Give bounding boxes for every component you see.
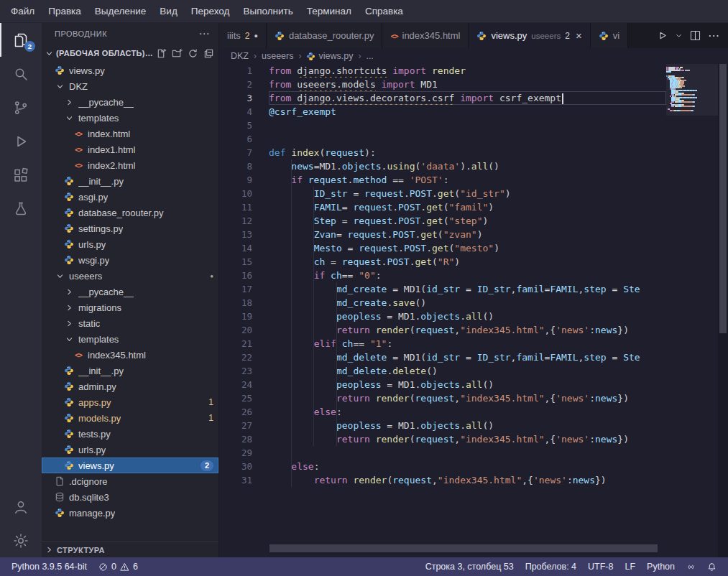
horizontal-scrollbar-thumb[interactable] bbox=[269, 544, 658, 552]
menu-item[interactable]: Выполнить bbox=[236, 3, 299, 19]
file-item-urls.py[interactable]: urls.py bbox=[42, 236, 218, 252]
code-line[interactable]: 1from django.shortcuts import render bbox=[219, 64, 666, 78]
structure-section-header[interactable]: СТРУКТУРА bbox=[42, 542, 218, 557]
menu-item[interactable]: Вид bbox=[153, 3, 183, 19]
source-control-icon[interactable] bbox=[0, 90, 42, 124]
code-line[interactable]: 6 bbox=[219, 132, 666, 146]
breadcrumb-item[interactable]: DKZ bbox=[231, 51, 249, 61]
code-line[interactable]: 15 ch = request.POST.get("R") bbox=[219, 255, 666, 269]
code-line[interactable]: 23 md_delete.delete() bbox=[219, 364, 666, 378]
broadcast-status[interactable] bbox=[681, 557, 701, 576]
folder-item-DKZ[interactable]: DKZ bbox=[42, 78, 218, 94]
code-line[interactable]: 29 bbox=[219, 446, 666, 460]
indentation-status[interactable]: Пробелов: 4 bbox=[520, 557, 582, 576]
code-line[interactable]: 21 elif ch== "1": bbox=[219, 337, 666, 350]
more-actions-icon[interactable]: ⋯ bbox=[199, 27, 211, 40]
code-line[interactable]: 10 ID_str = request.POST.get("id_str") bbox=[219, 187, 666, 200]
code-line[interactable]: 25 return render(request,"index345.html"… bbox=[219, 391, 666, 405]
code-line[interactable]: 24 peopless = MD1.objects.all() bbox=[219, 378, 666, 391]
code-line[interactable]: 11 FAMIL= request.POST.get("famil") bbox=[219, 200, 666, 214]
file-item-__init__.py[interactable]: __init__.py bbox=[42, 363, 218, 378]
search-icon[interactable] bbox=[0, 57, 42, 90]
file-item-db.sqlite3[interactable]: db.sqlite3 bbox=[42, 489, 218, 505]
tab-iiits[interactable]: iiits2● bbox=[219, 23, 267, 48]
file-item-index345.html[interactable]: <>index345.html bbox=[42, 347, 218, 363]
code-line[interactable]: 9 if request.method == 'POST': bbox=[219, 173, 666, 187]
split-editor-icon[interactable] bbox=[689, 29, 701, 42]
chevron-down-icon[interactable] bbox=[675, 32, 683, 40]
file-item-apps.py[interactable]: apps.py1 bbox=[42, 394, 218, 410]
code-line[interactable]: 31 return render(request,"index345.html"… bbox=[219, 473, 666, 487]
account-icon[interactable] bbox=[0, 490, 42, 524]
menu-item[interactable]: Правка bbox=[42, 3, 88, 19]
code-line[interactable]: 16 if ch== "0": bbox=[219, 269, 666, 282]
tab-index345.html[interactable]: <>index345.html bbox=[382, 23, 469, 48]
folder-item-templates[interactable]: templates bbox=[42, 110, 218, 126]
file-item-index2.html[interactable]: <>index2.html bbox=[42, 157, 218, 173]
file-item-admin.py[interactable]: admin.py bbox=[42, 378, 218, 394]
settings-icon[interactable] bbox=[0, 524, 42, 557]
menu-item[interactable]: Выделение bbox=[88, 3, 153, 19]
code-line[interactable]: 5 bbox=[219, 119, 666, 132]
code-line[interactable]: 17 md_create = MD1(id_str = ID_str,famil… bbox=[219, 282, 666, 296]
close-icon[interactable]: × bbox=[576, 30, 582, 41]
minimap[interactable] bbox=[666, 64, 718, 557]
python-interpreter-status[interactable]: Python 3.9.5 64-bit bbox=[6, 557, 93, 576]
tab-vi[interactable]: vi bbox=[591, 23, 628, 48]
run-debug-icon[interactable] bbox=[0, 124, 42, 158]
testing-icon[interactable] bbox=[0, 192, 42, 226]
folder-item-templates[interactable]: templates bbox=[42, 331, 218, 347]
menu-item[interactable]: Файл bbox=[4, 3, 41, 19]
code-line[interactable]: 12 Step = request.POST.get("step") bbox=[219, 214, 666, 228]
bell-status[interactable] bbox=[701, 557, 722, 576]
more-actions-icon[interactable]: ⋯ bbox=[708, 29, 719, 42]
tab-database_roouter.py[interactable]: database_roouter.py bbox=[267, 23, 383, 48]
code-line[interactable]: 26 else: bbox=[219, 405, 666, 419]
menu-item[interactable]: Справка bbox=[359, 3, 410, 19]
file-item-manage.py[interactable]: manage.py bbox=[42, 505, 218, 521]
code-line[interactable]: 4@csrf_exempt bbox=[219, 105, 666, 119]
folder-item-__pycache__[interactable]: __pycache__ bbox=[42, 284, 218, 299]
file-item-views.py[interactable]: views.py bbox=[42, 62, 218, 78]
code-line[interactable]: 20 return render(request,"index345.html"… bbox=[219, 323, 666, 337]
code-line[interactable]: 14 Mesto = request.POST.get("mesto") bbox=[219, 241, 666, 255]
file-item-.dcignore[interactable]: .dcignore bbox=[42, 473, 218, 489]
tab-views.py[interactable]: views.pyuseeers2× bbox=[469, 23, 590, 48]
code-editor[interactable]: 1from django.shortcuts import render2fro… bbox=[219, 64, 728, 557]
folder-item-__pycache__[interactable]: __pycache__ bbox=[42, 94, 218, 110]
new-folder-icon[interactable] bbox=[172, 48, 183, 59]
menu-item[interactable]: Переход bbox=[185, 3, 236, 19]
extensions-icon[interactable] bbox=[0, 158, 42, 192]
language-mode[interactable]: Python bbox=[641, 557, 681, 576]
file-item-index.html[interactable]: <>index.html bbox=[42, 126, 218, 141]
refresh-icon[interactable] bbox=[188, 48, 198, 59]
file-item-views.py[interactable]: views.py2 bbox=[42, 457, 218, 473]
code-line[interactable]: 18 md_create.save() bbox=[219, 296, 666, 310]
explorer-icon[interactable]: 2 bbox=[0, 23, 42, 57]
file-item-models.py[interactable]: models.py1 bbox=[42, 410, 218, 426]
code-line[interactable]: 22 md_delete = MD1(id_str = ID_str,famil… bbox=[219, 350, 666, 364]
code-line[interactable]: 19 peopless = MD1.objects.all() bbox=[219, 310, 666, 323]
code-line[interactable]: 2from useeers.models import MD1 bbox=[219, 78, 666, 91]
breadcrumb-item[interactable]: ... bbox=[366, 51, 373, 61]
file-item-database_roouter.py[interactable]: database_roouter.py bbox=[42, 205, 218, 220]
code-line[interactable]: 30 else: bbox=[219, 460, 666, 473]
code-line[interactable]: 3from django.views.decorators.csrf impor… bbox=[219, 91, 666, 105]
file-item-settings.py[interactable]: settings.py bbox=[42, 220, 218, 236]
folder-item-useeers[interactable]: useeers● bbox=[42, 268, 218, 284]
encoding-status[interactable]: UTF-8 bbox=[582, 557, 619, 576]
code-line[interactable]: 27 peopless = MD1.objects.all() bbox=[219, 419, 666, 432]
new-file-icon[interactable] bbox=[156, 48, 167, 59]
code-line[interactable]: 8 news=MD1.objects.using('daata').all() bbox=[219, 159, 666, 173]
code-line[interactable]: 28 return render(request,"index345.html"… bbox=[219, 432, 666, 446]
file-item-urls.py[interactable]: urls.py bbox=[42, 442, 218, 457]
vertical-scrollbar-thumb[interactable] bbox=[719, 64, 727, 333]
collapse-all-icon[interactable] bbox=[203, 48, 214, 59]
file-item-tests.py[interactable]: tests.py bbox=[42, 426, 218, 442]
file-item-wsgi.py[interactable]: wsgi.py bbox=[42, 252, 218, 268]
eol-status[interactable]: LF bbox=[619, 557, 641, 576]
file-item-__init__.py[interactable]: __init__.py bbox=[42, 173, 218, 189]
vertical-scrollbar[interactable] bbox=[718, 64, 728, 557]
file-item-index1.html[interactable]: <>index1.html bbox=[42, 141, 218, 157]
horizontal-scrollbar[interactable] bbox=[219, 544, 666, 552]
